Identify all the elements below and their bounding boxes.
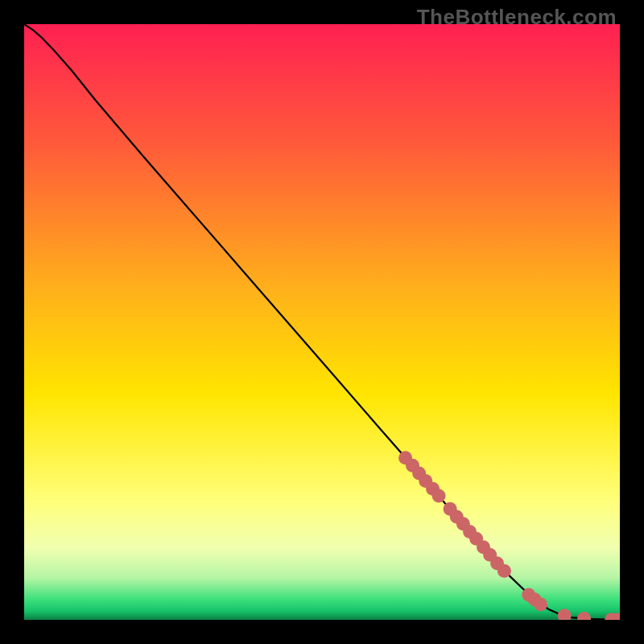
plot-area [24,24,620,620]
data-marker [432,489,446,503]
data-marker [497,564,511,578]
gradient-background [24,24,620,620]
chart-frame: TheBottleneck.com [0,0,644,644]
chart-svg [24,24,620,620]
data-marker [534,597,547,611]
